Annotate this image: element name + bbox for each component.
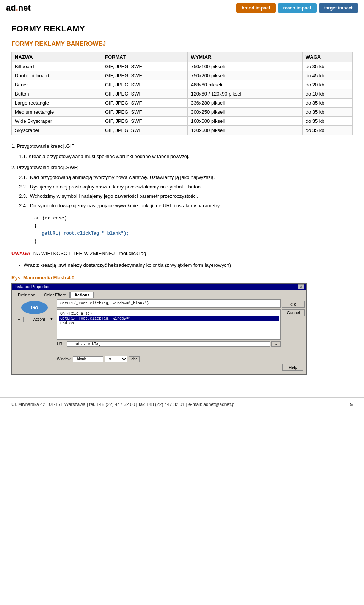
- toolbar-dropdown-icon: ▼: [50, 317, 53, 321]
- page-title: FORMY REKLAMY: [11, 24, 353, 34]
- tab-actions[interactable]: Actions: [70, 292, 94, 298]
- script-display[interactable]: GetURL(_root.clickTag, window="_blank"): [57, 299, 281, 308]
- url-go-btn[interactable]: →: [271, 341, 281, 347]
- close-button[interactable]: ×: [298, 284, 304, 289]
- bullet-dash: -: [19, 262, 20, 270]
- table-cell: 750x200 pikseli: [188, 71, 302, 80]
- section-1-number: 1.: [11, 143, 16, 149]
- sub-2-2-num: 2.2.: [19, 184, 27, 190]
- screenshot-right: GetURL(_root.clickTag, window="_blank") …: [57, 299, 281, 362]
- table-cell: Button: [12, 89, 102, 99]
- ok-button[interactable]: OK: [282, 301, 305, 308]
- table-cell: do 35 kb: [302, 108, 352, 117]
- section-1: 1. Przygotowanie kreacji.GIF;: [11, 143, 353, 150]
- sub-2-3-text: Wchodzimy w symbol i nadajemy jego zawar…: [30, 193, 198, 199]
- table-cell: GIF, JPEG, SWF: [102, 126, 187, 135]
- sub-2-1-num: 2.1.: [19, 174, 27, 180]
- table-cell: do 45 kb: [302, 71, 352, 80]
- cancel-button[interactable]: Cancel: [282, 309, 305, 316]
- brand-impact-button[interactable]: brand.impact: [236, 3, 275, 13]
- table-cell: Wide Skyscraper: [12, 117, 102, 126]
- code-line-3: getURL(_root.clickTag,"_blank");: [42, 230, 353, 237]
- actions-panel[interactable]: On (Rele a se) GetURL(_root.clickTag, wi…: [57, 309, 281, 340]
- window-label: Window:: [57, 357, 71, 361]
- table-cell: 160x600 pikseli: [188, 117, 302, 126]
- table-cell: GIF, JPEG, SWF: [102, 71, 187, 80]
- table-cell: GIF, JPEG, SWF: [102, 99, 187, 108]
- go-button[interactable]: Go: [21, 301, 48, 314]
- target-impact-button[interactable]: target.impact: [319, 3, 358, 13]
- code-line-1: on (release): [34, 215, 353, 222]
- reach-impact-button[interactable]: reach.impact: [278, 3, 317, 13]
- window-dropdown[interactable]: ▼: [105, 356, 127, 362]
- table-cell: GIF, JPEG, SWF: [102, 80, 187, 89]
- section-2: 2. Przygotowanie kreacji.SWF;: [11, 164, 353, 172]
- url-label: URL:: [57, 342, 66, 346]
- screenshot-tabs: Definition Color Effect Actions: [14, 292, 305, 298]
- table-cell: do 35 kb: [302, 117, 352, 126]
- table-row: Medium rectangleGIF, JPEG, SWF300x250 pi…: [12, 108, 353, 117]
- sub-section-2-4: 2.4. Do symbolu dowiązujemy następujące …: [19, 202, 353, 210]
- sub-2-1-text: Nad przygotowaną animacją tworzymy nową …: [30, 174, 215, 180]
- table-cell: GIF, JPEG, SWF: [102, 117, 187, 126]
- window-input[interactable]: [73, 356, 103, 362]
- window-row: Window: ▼ abc: [57, 356, 281, 362]
- header: ad.net brand.impact reach.impact target.…: [0, 0, 364, 16]
- table-cell: Doublebillboard: [12, 71, 102, 80]
- table-cell: GIF, JPEG, SWF: [102, 89, 187, 99]
- sub-section-2-3: 2.3. Wchodzimy w symbol i nadajemy jego …: [19, 193, 353, 201]
- screenshot-bottom: Help: [14, 362, 305, 372]
- table-cell: 750x100 pikseli: [188, 62, 302, 71]
- logo-net: net: [18, 3, 31, 13]
- table-cell: Medium rectangle: [12, 108, 102, 117]
- table-cell: GIF, JPEG, SWF: [102, 108, 187, 117]
- warning-line: UWAGA: NA WIELKOŚĆ LITER W ZMIENNEJ _roo…: [11, 250, 353, 258]
- code-line-4: }: [34, 238, 353, 245]
- section-2-bold: kreacji: [50, 165, 65, 170]
- table-row: Large rectangleGIF, JPEG, SWF336x280 pik…: [12, 99, 353, 108]
- sub-section-2-2: 2.2. Rysujemy na niej prostokątny obszar…: [19, 183, 353, 191]
- titlebar-buttons: ×: [297, 284, 304, 289]
- section-2-text: Przygotowanie: [17, 165, 50, 170]
- toolbar-actions-btn[interactable]: Actions: [30, 317, 49, 322]
- help-button[interactable]: Help: [282, 364, 303, 371]
- table-cell: GIF, JPEG, SWF: [102, 62, 187, 71]
- col-header-format: FORMAT: [102, 52, 187, 62]
- ad-formats-table: NAZWA FORMAT WYMIAR WAGA BillboardGIF, J…: [11, 52, 353, 135]
- table-cell: Billboard: [12, 62, 102, 71]
- toolbar-minus-btn[interactable]: -: [23, 317, 29, 322]
- table-cell: Large rectangle: [12, 99, 102, 108]
- action-end-on: End On: [59, 321, 279, 326]
- sub-2-4-num: 2.4.: [19, 203, 27, 208]
- logo: ad.net: [6, 3, 31, 13]
- screenshot-body: Definition Color Effect Actions Go + - A…: [12, 290, 306, 374]
- table-cell: do 35 kb: [302, 99, 352, 108]
- bullet-item: - Wraz z kreacją .swf należy dostarczyć …: [19, 262, 353, 270]
- section-1-suffix: .GIF;: [65, 143, 76, 149]
- section-1-1: 1.1. Kreacja przygotowywana musi spełnia…: [19, 153, 353, 161]
- toolbar-row: + - Actions ▼: [16, 317, 53, 322]
- bullet-text: Wraz z kreacją .swf należy dostarczyć he…: [24, 262, 231, 270]
- tab-color-effect[interactable]: Color Effect: [40, 292, 70, 298]
- table-cell: Baner: [12, 80, 102, 89]
- tab-definition[interactable]: Definition: [14, 292, 39, 298]
- table-cell: 336x280 pikseli: [188, 99, 302, 108]
- warning-uwaga: UWAGA:: [11, 251, 32, 256]
- screenshot-titlebar: Instance Properties ×: [12, 284, 306, 290]
- figure-caption: Rys. Macromedia Flash 4.0: [11, 275, 353, 281]
- sub-2-2-text: Rysujemy na niej prostokątny obszar, któ…: [30, 184, 201, 190]
- col-header-wymiar: WYMIAR: [188, 52, 302, 62]
- table-row: DoublebillboardGIF, JPEG, SWF750x200 pik…: [12, 71, 353, 80]
- abc-btn[interactable]: abc: [129, 356, 140, 362]
- url-input[interactable]: [67, 341, 270, 347]
- toolbar-plus-btn[interactable]: +: [16, 317, 23, 322]
- warning-text: NA WIELKOŚĆ LITER W ZMIENNEJ _root.click…: [32, 251, 146, 256]
- logo-ad: ad: [6, 3, 16, 13]
- table-row: ButtonGIF, JPEG, SWF120x60 / 120x90 piks…: [12, 89, 353, 99]
- sub-2-3-num: 2.3.: [19, 193, 27, 199]
- action-line-2[interactable]: GetURL(_root.clickTag, window=": [59, 316, 279, 321]
- url-row: URL: →: [57, 341, 281, 347]
- table-cell: do 35 kb: [302, 62, 352, 71]
- table-cell: 120x600 pikseli: [188, 126, 302, 135]
- ok-cancel-panel: OK Cancel: [282, 299, 305, 362]
